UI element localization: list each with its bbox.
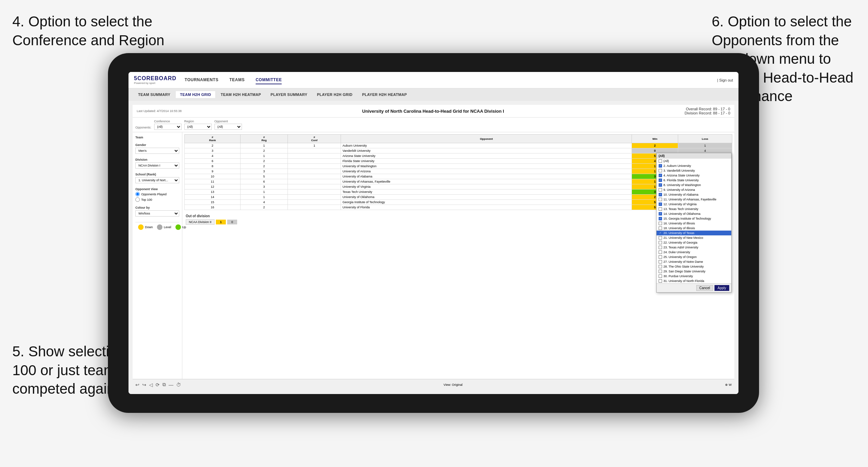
checkbox[interactable] [659,250,662,254]
checkbox[interactable] [659,174,662,177]
refresh-icon[interactable]: ⟳ [156,382,160,388]
checkbox[interactable] [659,241,662,244]
dropdown-item[interactable]: 6. Florida State University [657,178,731,183]
subnav-player-h2h-grid[interactable]: PLAYER H2H GRID [313,91,357,98]
dropdown-item[interactable]: 25. University of Oregon [657,255,731,259]
checkbox[interactable] [659,169,662,172]
cell-reg: 3 [241,169,288,174]
dropdown-item[interactable]: 29. San Diego State University [657,269,731,274]
checkbox[interactable] [659,212,662,216]
dropdown-item[interactable]: 28. The Ohio State University [657,264,731,269]
checkbox[interactable] [659,279,662,283]
dropdown-item[interactable]: 20. University of Texas [657,231,731,235]
radio-top100-input[interactable] [135,197,140,202]
checkbox[interactable] [659,164,662,168]
checkbox[interactable] [659,193,662,196]
dropdown-item[interactable]: 16. University of Illinois [657,221,731,226]
dropdown-item[interactable]: 12. University of Virginia [657,202,731,207]
dropdown-item[interactable]: 18. University of Illinois [657,226,731,231]
undo-icon[interactable]: ↩ [135,382,139,388]
dropdown-item-label: (All) [663,159,669,163]
legend-up-dot [175,224,181,230]
dropdown-item[interactable]: 11. University of Arkansas, Fayetteville [657,197,731,202]
dash-icon[interactable]: — [169,382,173,388]
nav-signout[interactable]: | Sign out [717,78,733,82]
nav-tournaments[interactable]: TOURNAMENTS [185,76,219,84]
dash-meta: Last Updated: 4/7/2014 16:55:38 [137,109,182,113]
checkbox[interactable] [659,188,662,192]
nav-teams[interactable]: TEAMS [229,76,245,84]
dropdown-item[interactable]: 22. University of Georgia [657,240,731,245]
subnav-team-summary[interactable]: TEAM SUMMARY [134,91,174,98]
division-select[interactable]: NCAA Division I [135,162,179,169]
region-select[interactable]: (All) [184,124,212,130]
cell-rank: 15 [185,200,241,205]
checkbox[interactable] [659,207,662,211]
cell-rank: 4 [185,153,241,159]
out-of-division-title: Out of division [186,214,731,218]
radio-opponents-played-input[interactable] [135,192,140,196]
checkbox[interactable] [659,260,662,263]
dropdown-item[interactable]: 8. University of Washington [657,183,731,187]
nav-committee[interactable]: COMMITTEE [256,76,282,84]
subnav-player-summary[interactable]: PLAYER SUMMARY [267,91,311,98]
dropdown-item[interactable]: 31. University of North Florida [657,279,731,283]
subnav-team-h2h-grid[interactable]: TEAM H2H GRID [176,91,215,98]
checkbox[interactable] [659,274,662,278]
cell-opponent: University of Arkansas, Fayetteville [341,179,632,184]
dropdown-item[interactable]: 2. Auburn University [657,163,731,168]
checkbox[interactable] [659,183,662,187]
dropdown-item[interactable]: 23. Texas A&M University [657,245,731,250]
cell-conf [288,148,341,153]
copy-icon[interactable]: ⧉ [162,382,166,388]
cell-conf [288,169,341,174]
dropdown-item[interactable]: 15. Georgia Institute of Technology [657,216,731,221]
checkbox[interactable] [659,202,662,206]
checkbox[interactable] [659,226,662,230]
dropdown-item[interactable]: 4. Arizona State University [657,173,731,178]
subnav-player-h2h-heatmap[interactable]: PLAYER H2H HEATMAP [358,91,411,98]
redo-icon[interactable]: ↪ [142,382,146,388]
dropdown-item[interactable]: (All) [657,159,731,163]
radio-opponents-played[interactable]: Opponents Played [135,192,179,196]
checkbox[interactable] [659,270,662,273]
checkbox[interactable] [659,265,662,268]
opponent-label: Opponent [215,120,242,123]
checkbox[interactable] [659,198,662,201]
dropdown-item-label: 24. Duke University [663,250,690,254]
checkbox[interactable] [659,246,662,249]
checkbox[interactable] [659,159,662,163]
dropdown-item[interactable]: 9. University of Arizona [657,187,731,192]
dropdown-item[interactable]: 27. University of Notre Dame [657,259,731,264]
colour-by-select[interactable]: Win/loss [135,210,179,217]
conference-select[interactable]: (All) [154,124,182,130]
checkbox[interactable] [659,179,662,182]
opponent-dropdown[interactable]: (All) (All) 2. Auburn University 3. Vand… [656,153,732,293]
dropdown-item[interactable]: 30. Purdue University [657,274,731,279]
cell-win: 2 [632,143,678,148]
dropdown-item-label: 12. University of Virginia [663,202,697,206]
dropdown-item[interactable]: 14. University of Oklahoma [657,211,731,216]
checkbox[interactable] [659,255,662,259]
opponent-select[interactable]: (All) [215,124,242,130]
subnav-team-h2h-heatmap[interactable]: TEAM H2H HEATMAP [217,91,265,98]
clock-icon[interactable]: ⏱ [176,382,181,388]
dropdown-item[interactable]: 24. Duke University [657,250,731,255]
apply-button[interactable]: Apply [714,285,729,291]
cancel-button[interactable]: Cancel [696,285,713,291]
checkbox[interactable] [659,217,662,220]
checkbox[interactable] [659,236,662,239]
checkbox[interactable] [659,231,662,235]
tablet-screen: 5COREBOARD Powered by sport TOURNAMENTS … [129,72,738,394]
back-icon[interactable]: ◁ [149,382,153,388]
cell-opponent: University of Florida [341,205,632,210]
dropdown-item[interactable]: 3. Vanderbilt University [657,168,731,173]
gender-select[interactable]: Men's [135,148,179,154]
dropdown-item[interactable]: 10. University of Alabama [657,192,731,197]
cell-opponent: University of Oklahoma [341,195,632,200]
dropdown-item[interactable]: 13. Texas Tech University [657,207,731,211]
checkbox[interactable] [659,222,662,225]
dropdown-item[interactable]: 21. University of New Mexico [657,235,731,240]
radio-top100[interactable]: Top 100 [135,197,179,202]
school-select[interactable]: 1. University of Nort... [135,177,179,183]
